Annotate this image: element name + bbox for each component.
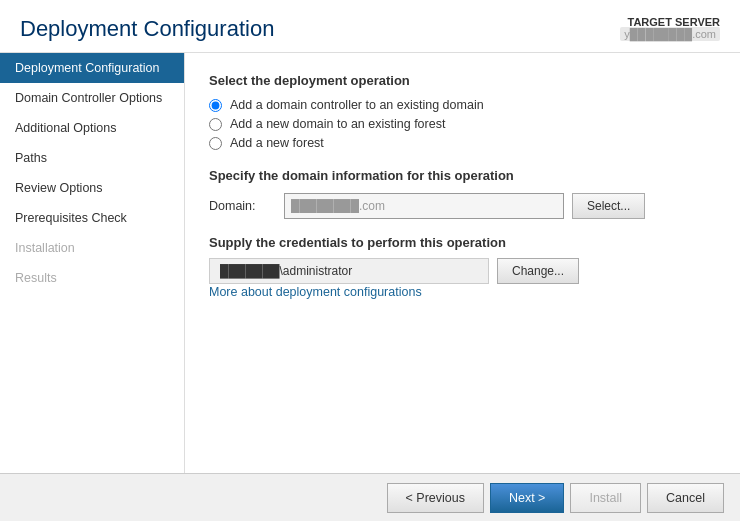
sidebar-item-additional-options[interactable]: Additional Options [0, 113, 184, 143]
page-title: Deployment Configuration [20, 16, 274, 42]
content-area: Select the deployment operation Add a do… [185, 53, 740, 473]
domain-form-row: Domain: Select... [209, 193, 716, 219]
select-button[interactable]: Select... [572, 193, 645, 219]
sidebar-item-prerequisites-check[interactable]: Prerequisites Check [0, 203, 184, 233]
credentials-value: ███████\administrator [209, 258, 489, 284]
target-server-info: TARGET SERVER y████████.com [620, 16, 720, 40]
footer: < Previous Next > Install Cancel [0, 473, 740, 521]
domain-info-label: Specify the domain information for this … [209, 168, 716, 183]
sidebar-item-results: Results [0, 263, 184, 293]
sidebar: Deployment Configuration Domain Controll… [0, 53, 185, 473]
sidebar-item-paths[interactable]: Paths [0, 143, 184, 173]
radio-add-existing[interactable] [209, 99, 222, 112]
domain-label: Domain: [209, 199, 284, 213]
radio-option-add-forest[interactable]: Add a new forest [209, 136, 716, 150]
sidebar-item-installation: Installation [0, 233, 184, 263]
previous-button[interactable]: < Previous [387, 483, 484, 513]
change-button[interactable]: Change... [497, 258, 579, 284]
install-button[interactable]: Install [570, 483, 641, 513]
sidebar-item-domain-controller-options[interactable]: Domain Controller Options [0, 83, 184, 113]
sidebar-item-review-options[interactable]: Review Options [0, 173, 184, 203]
credentials-section: Supply the credentials to perform this o… [209, 235, 716, 284]
target-server-value: y████████.com [620, 27, 720, 41]
more-info-link[interactable]: More about deployment configurations [209, 285, 422, 299]
radio-option-add-new-domain[interactable]: Add a new domain to an existing forest [209, 117, 716, 131]
credentials-label: Supply the credentials to perform this o… [209, 235, 716, 250]
radio-group: Add a domain controller to an existing d… [209, 98, 716, 150]
deployment-operation-label: Select the deployment operation [209, 73, 716, 88]
domain-input[interactable] [284, 193, 564, 219]
sidebar-item-deployment-configuration[interactable]: Deployment Configuration [0, 53, 184, 83]
radio-add-new-domain[interactable] [209, 118, 222, 131]
radio-option-add-existing[interactable]: Add a domain controller to an existing d… [209, 98, 716, 112]
credentials-row: ███████\administrator Change... [209, 258, 716, 284]
radio-add-forest[interactable] [209, 137, 222, 150]
cancel-button[interactable]: Cancel [647, 483, 724, 513]
next-button[interactable]: Next > [490, 483, 564, 513]
